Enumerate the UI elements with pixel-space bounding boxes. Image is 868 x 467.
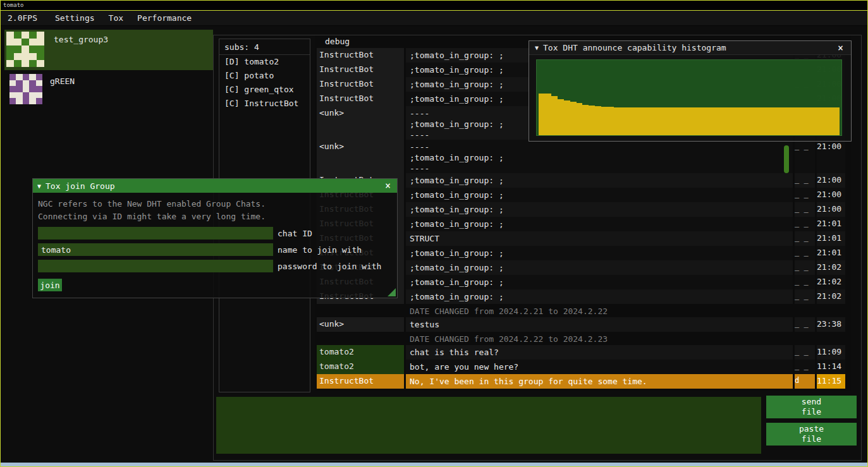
message-status-cell: _ _ [795, 173, 815, 188]
message-text-cell: bot, are you new here? [406, 360, 793, 374]
message-status-cell: _ _ [795, 260, 815, 275]
message-time-cell [817, 304, 845, 317]
avatar-pixel [36, 98, 42, 104]
avatar-pixel [37, 32, 44, 39]
histogram-bar [570, 102, 577, 135]
histogram-bar [758, 107, 764, 135]
histogram-bar [620, 107, 627, 135]
sender-name-cell: <unk> [317, 317, 404, 332]
histogram-bar [745, 107, 752, 135]
subs-count-header: subs: 4 [219, 39, 310, 55]
chat-message-row[interactable]: tomato2bot, are you new here?_ _11:14 [315, 360, 851, 374]
chat-message-row[interactable]: InstructBotNo, I've been in this group f… [315, 374, 851, 389]
window-titlebar[interactable]: tomato [1, 1, 867, 11]
close-icon[interactable]: × [836, 42, 845, 54]
message-time-cell: 21:02 [817, 275, 845, 289]
dht-histogram-window: ▼ Tox DHT announce capability histogram … [529, 40, 852, 142]
histogram-bar [727, 107, 733, 135]
message-input[interactable] [216, 397, 761, 454]
subs-member-item[interactable]: [D] tomato2 [219, 55, 310, 69]
avatar-pixel [14, 45, 21, 52]
message-status-cell: _ _ [795, 217, 815, 231]
collapse-arrow-icon[interactable]: ▼ [37, 183, 41, 190]
histogram-bar [614, 107, 620, 135]
join-dialog-titlebar[interactable]: ▼ Tox join Group × [33, 179, 397, 193]
join-name-field[interactable] [38, 243, 273, 256]
sender-name-cell [317, 332, 404, 345]
paste-file-button[interactable]: paste file [766, 423, 857, 446]
histogram-bar [633, 107, 639, 135]
subs-member-item[interactable]: [C] green_qtox [219, 83, 310, 97]
avatar-pixel [6, 32, 14, 39]
sender-name-cell: InstructBot [317, 48, 404, 63]
menu-tox[interactable]: Tox [102, 11, 130, 25]
sender-name-cell: <unk> [317, 106, 404, 140]
message-text-cell: ;tomato_in_group: ; [406, 275, 793, 289]
chat-message-row[interactable]: <unk>testus_ _23:38 [315, 317, 851, 332]
menu-settings[interactable]: Settings [48, 11, 102, 25]
avatar-pixel [37, 45, 44, 52]
tab-debug[interactable]: debug [325, 37, 350, 46]
resize-grip[interactable] [388, 288, 396, 296]
histogram-bar [802, 107, 809, 135]
histogram-bar [714, 107, 721, 135]
avatar-pixel [9, 92, 16, 99]
message-time-cell: 21:01 [817, 246, 845, 260]
histogram-bar [676, 107, 683, 135]
histogram-bar [595, 106, 601, 135]
sender-name-cell: InstructBot [317, 77, 404, 92]
message-text-cell: ;tomato_in_group: ; [406, 202, 793, 217]
histogram-bar [740, 107, 746, 135]
group-avatar [6, 32, 44, 67]
avatar-pixel [29, 74, 35, 80]
close-icon[interactable]: × [383, 180, 393, 191]
histogram-bar [582, 105, 589, 135]
histogram-bar [777, 107, 783, 135]
avatar-pixel [14, 60, 21, 67]
message-text-cell: testus [406, 317, 793, 332]
chat-message-row[interactable]: <unk>---- ;tomato_in_group: ; ----_ _21:… [315, 140, 851, 173]
message-time-cell: 21:01 [817, 217, 845, 231]
sender-name-cell: InstructBot [317, 63, 404, 77]
send-file-button[interactable]: send file [766, 396, 857, 418]
message-time-cell: 23:38 [817, 317, 845, 332]
subs-member-item[interactable]: [C] potato [219, 69, 310, 83]
histogram-plot-area[interactable] [536, 59, 842, 136]
message-time-cell [817, 332, 845, 345]
histogram-bar [783, 107, 790, 135]
chat-message-row[interactable]: tomato2chat is this real?_ _11:09 [315, 345, 851, 360]
avatar-pixel [21, 53, 29, 60]
chat-scrollbar-thumb[interactable] [784, 145, 789, 173]
avatar-pixel [29, 80, 35, 87]
message-status-cell: _ _ [795, 345, 815, 360]
avatar-pixel [36, 92, 42, 99]
join-dialog-body: NGC refers to the New DHT enabled Group … [33, 193, 397, 298]
histogram-bar [564, 100, 570, 135]
histogram-bar [815, 107, 821, 135]
group-item-test_group3[interactable]: test_group3 [4, 30, 213, 70]
date-separator-row: DATE CHANGED from 2024.2.22 to 2024.2.23 [315, 332, 851, 345]
join-password-label: password to join with [278, 262, 381, 271]
chat-id-field[interactable] [38, 227, 273, 240]
file-button-column: send file paste file [766, 396, 857, 450]
menu-performance[interactable]: Performance [130, 11, 199, 25]
histogram-titlebar[interactable]: ▼ Tox DHT announce capability histogram … [529, 41, 851, 55]
avatar-pixel [9, 86, 16, 92]
sender-name-cell: tomato2 [317, 345, 404, 360]
message-status-cell: _ _ [795, 289, 815, 304]
avatar-pixel [21, 60, 29, 67]
histogram-bar [652, 107, 658, 135]
message-status-cell: _ _ [795, 360, 815, 374]
sender-name-cell: <unk> [317, 140, 404, 173]
avatar-pixel [29, 60, 37, 67]
join-button[interactable]: join [38, 279, 62, 291]
avatar-pixel [29, 86, 35, 92]
message-status-cell [795, 332, 815, 345]
message-status-cell: _ _ [795, 231, 815, 246]
avatar-pixel [6, 60, 14, 67]
collapse-arrow-icon[interactable]: ▼ [535, 44, 539, 51]
subs-member-item[interactable]: [C] InstructBot [219, 97, 310, 111]
join-password-field[interactable] [38, 260, 273, 272]
group-item-gREEN[interactable]: gREEN [4, 71, 213, 111]
avatar-pixel [14, 39, 21, 45]
